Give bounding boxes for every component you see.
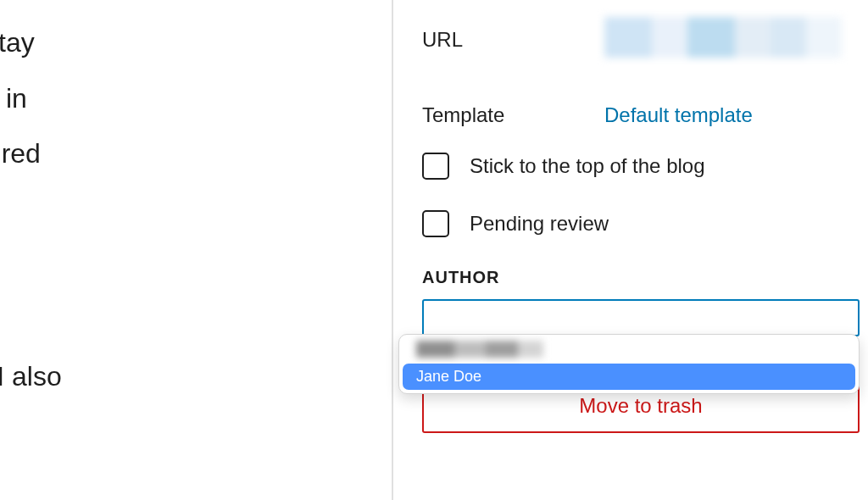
url-label: URL: [422, 28, 604, 52]
author-dropdown: Jane Doe: [398, 334, 860, 394]
settings-sidebar: URL Template Default template Stick to t…: [393, 0, 868, 500]
author-option-redacted[interactable]: [399, 335, 859, 364]
author-option-selected[interactable]: Jane Doe: [403, 364, 855, 390]
author-heading: AUTHOR: [422, 268, 860, 287]
author-combobox[interactable]: [422, 299, 860, 336]
sticky-label: Stick to the top of the blog: [470, 154, 705, 178]
editor-content-area[interactable]: o-week stay phasized in utting on red ca…: [0, 0, 393, 500]
pending-review-label: Pending review: [470, 212, 609, 236]
editor-text[interactable]: o-week stay: [0, 27, 35, 58]
sticky-checkbox[interactable]: [422, 153, 449, 180]
template-select[interactable]: Default template: [604, 103, 753, 126]
editor-text[interactable]: utting on red: [0, 138, 41, 169]
editor-text[interactable]: ). I also: [0, 361, 62, 392]
editor-text[interactable]: in: [0, 83, 27, 114]
pending-review-checkbox[interactable]: [422, 210, 449, 237]
template-label: Template: [422, 103, 604, 127]
url-value-redacted[interactable]: [604, 17, 842, 58]
